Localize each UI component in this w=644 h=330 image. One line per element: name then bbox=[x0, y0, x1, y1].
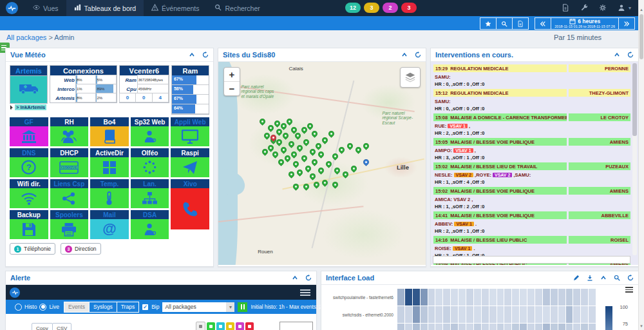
vcenter-count-cell[interactable]: 4 bbox=[152, 93, 169, 102]
menu-item-vues[interactable]: Vues bbox=[25, 0, 66, 16]
heatmap-cell[interactable] bbox=[489, 289, 497, 306]
tile-bo4[interactable]: Bo4 bbox=[90, 117, 129, 146]
vcenter-count-cell[interactable]: 0 bbox=[119, 93, 136, 102]
heatmap-cell[interactable] bbox=[589, 324, 596, 330]
tile-sp32-web[interactable]: Sp32 Web bbox=[131, 117, 169, 146]
heatmap-cell[interactable] bbox=[405, 289, 412, 306]
tile-backup[interactable]: Backup bbox=[10, 210, 48, 239]
package-select[interactable]: All packages▼ bbox=[162, 302, 234, 312]
intervention-item[interactable]: 15:12REGULATION MEDICALETHEZY-GLIMONTSAM… bbox=[433, 89, 630, 113]
zoom-in-button[interactable]: + bbox=[224, 68, 240, 81]
time-back-button[interactable] bbox=[535, 17, 551, 30]
search-button[interactable] bbox=[496, 17, 513, 30]
radio-live[interactable] bbox=[39, 304, 46, 311]
tile-gf[interactable]: GF bbox=[10, 117, 48, 146]
interventions-scrollbar[interactable] bbox=[632, 63, 637, 255]
heatmap-cell[interactable] bbox=[558, 306, 565, 323]
heatmap-cell[interactable] bbox=[413, 324, 420, 330]
heatmap-cell[interactable] bbox=[482, 306, 489, 323]
tab-events[interactable]: Events bbox=[64, 302, 90, 313]
heatmap-cell[interactable] bbox=[535, 289, 542, 306]
artemis-link[interactable]: > lnkArtemis bbox=[10, 104, 48, 110]
download-icon[interactable] bbox=[587, 275, 593, 281]
heatmap-cell[interactable] bbox=[527, 306, 535, 323]
heatmap-cell[interactable] bbox=[443, 289, 450, 306]
wrench-icon[interactable] bbox=[580, 3, 588, 14]
heatmap-cell[interactable] bbox=[581, 306, 588, 323]
intervention-item[interactable]: 15:05MALAISE / BLESSE VOIE PUBLIQUEAMIEN… bbox=[433, 138, 630, 162]
tile-lan-[interactable]: Lan. bbox=[131, 179, 169, 208]
scroll-up-arrow[interactable]: ▲ bbox=[639, 8, 644, 12]
heatmap-cell[interactable] bbox=[589, 306, 596, 323]
heatmap-cell[interactable] bbox=[466, 289, 473, 306]
heatmap-cell[interactable] bbox=[520, 306, 527, 323]
tile-raspi[interactable]: Raspi bbox=[171, 148, 209, 177]
heatmap-cell[interactable] bbox=[459, 324, 466, 330]
heatmap-cell[interactable] bbox=[421, 289, 428, 306]
interventions-footer-field[interactable] bbox=[433, 256, 630, 264]
legend-button-direction[interactable]: 3Direction bbox=[61, 243, 101, 255]
heatmap-cell[interactable] bbox=[428, 289, 435, 306]
heatmap-cell[interactable] bbox=[573, 324, 580, 330]
filter-all-button[interactable] bbox=[196, 322, 205, 330]
heatmap-cell[interactable] bbox=[543, 289, 550, 306]
heatmap-cell[interactable] bbox=[489, 306, 497, 323]
heatmap-cell[interactable] bbox=[581, 289, 588, 306]
heatmap-cell[interactable] bbox=[551, 324, 558, 330]
chart-context-menu-icon[interactable] bbox=[625, 287, 633, 293]
heatmap-cell[interactable] bbox=[443, 324, 450, 330]
heatmap-cell[interactable] bbox=[535, 306, 542, 323]
severity-filter-button[interactable] bbox=[216, 322, 225, 330]
severity-filter-button[interactable] bbox=[226, 322, 234, 330]
tile-olf-o[interactable]: Olféo bbox=[131, 148, 169, 177]
heatmap-cell[interactable] bbox=[504, 289, 511, 306]
heatmap-cell[interactable] bbox=[435, 289, 442, 306]
heatmap-cell[interactable] bbox=[413, 289, 420, 306]
collapse-chevron-icon[interactable] bbox=[614, 52, 620, 58]
heatmap-cell[interactable] bbox=[497, 289, 504, 306]
heatmap-cell[interactable] bbox=[459, 306, 466, 323]
heatmap-cell[interactable] bbox=[451, 289, 458, 306]
heatmap-cell[interactable] bbox=[512, 306, 519, 323]
menu-item-rechercher[interactable]: Rechercher bbox=[207, 0, 267, 16]
pause-button[interactable] bbox=[238, 302, 247, 312]
heatmap-cell[interactable] bbox=[482, 324, 489, 330]
copy-button[interactable]: Copy bbox=[32, 323, 53, 330]
intervention-item[interactable]: 15:29REGULATION MEDICALEPERONNESAMU:HR :… bbox=[433, 64, 630, 88]
intervention-item[interactable]: 14:41MALAISE / BLESSE VOIE PUBLIQUEABBEV… bbox=[433, 211, 630, 235]
heatmap-cell[interactable] bbox=[413, 306, 420, 323]
heatmap-cell[interactable] bbox=[566, 289, 573, 306]
tile-mail[interactable]: Mail@ bbox=[90, 210, 129, 239]
heatmap-cell[interactable] bbox=[435, 306, 442, 323]
heatmap-cell[interactable] bbox=[397, 306, 404, 323]
heatmap-cell[interactable] bbox=[535, 324, 542, 330]
heatmap-cell[interactable] bbox=[474, 306, 481, 323]
heatmap-cell[interactable] bbox=[451, 306, 458, 323]
count-badge[interactable]: 12 bbox=[345, 3, 361, 13]
heatmap-cell[interactable] bbox=[405, 306, 412, 323]
tile-liens-csp[interactable]: Liens Csp bbox=[50, 179, 89, 208]
heatmap-cell[interactable] bbox=[421, 306, 428, 323]
heatmap-cell[interactable] bbox=[474, 289, 481, 306]
heatmap-cell[interactable] bbox=[421, 324, 428, 330]
export-report-button[interactable] bbox=[512, 17, 529, 30]
heatmap-cell[interactable] bbox=[489, 324, 497, 330]
heatmap-cell[interactable] bbox=[543, 306, 550, 323]
collapse-chevron-icon[interactable] bbox=[292, 275, 298, 281]
heatmap-cell[interactable] bbox=[397, 324, 404, 330]
heatmap-cell[interactable] bbox=[543, 324, 550, 330]
heatmap-cell[interactable] bbox=[466, 306, 473, 323]
heatmap-cell[interactable] bbox=[558, 289, 565, 306]
csv-button[interactable]: CSV bbox=[52, 323, 71, 330]
heatmap-cell[interactable] bbox=[573, 289, 580, 306]
menu-item--v-nements[interactable]: Événements bbox=[144, 0, 207, 16]
heatmap-cell[interactable] bbox=[397, 289, 404, 306]
vcenter-widget[interactable]: Vcenter6 Ram36715804BytesCpu456MHz004 bbox=[119, 65, 169, 103]
count-badge[interactable]: 3 bbox=[364, 3, 379, 13]
collapse-chevron-icon[interactable] bbox=[401, 52, 408, 58]
tile-temp-[interactable]: Temp. bbox=[90, 179, 129, 208]
heatmap-cell[interactable] bbox=[566, 306, 573, 323]
tile-rh[interactable]: RH bbox=[50, 117, 89, 146]
severity-filter-button[interactable] bbox=[207, 322, 215, 330]
refresh-icon[interactable] bbox=[415, 52, 421, 58]
